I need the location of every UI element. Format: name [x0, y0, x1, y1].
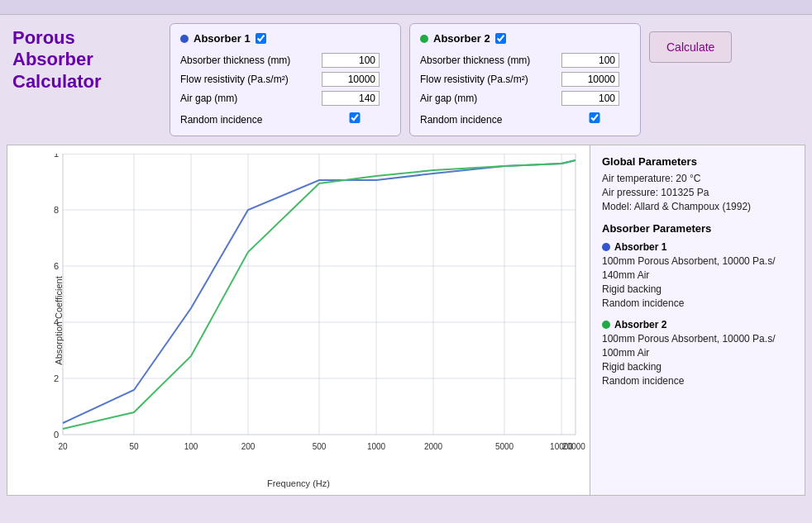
- header-row: Porous Absorber Calculator Absorber 1 Ab…: [0, 15, 812, 145]
- absorber1-label: Absorber 1: [193, 32, 251, 45]
- absorber1-info-dot: [602, 243, 610, 251]
- content-row: Absorption Coefficient: [7, 145, 805, 496]
- absorber1-airgap-input[interactable]: [322, 91, 380, 106]
- svg-text:1000: 1000: [367, 442, 386, 451]
- svg-text:100: 100: [184, 442, 198, 451]
- absorber1-enabled-checkbox[interactable]: [256, 33, 266, 44]
- absorber1-info: Absorber 1 100mm Porous Absorbent, 10000…: [602, 241, 793, 309]
- absorber1-info-line2: 140mm Air: [602, 269, 793, 281]
- absorber1-random-row: Random incidence: [180, 114, 315, 126]
- absorber1-info-line3: Rigid backing: [602, 283, 793, 295]
- absorber2-info-line3: Rigid backing: [602, 361, 793, 373]
- absorber2-random-label: Random incidence: [420, 114, 502, 126]
- calculate-button[interactable]: Calculate: [649, 31, 732, 63]
- global-temp: Air temperature: 20 °C: [602, 173, 793, 184]
- svg-text:20000: 20000: [562, 442, 585, 451]
- global-model: Model: Allard & Champoux (1992): [602, 201, 793, 212]
- svg-text:200: 200: [241, 442, 256, 451]
- svg-text:500: 500: [313, 442, 327, 451]
- absorber1-info-label: Absorber 1: [614, 241, 666, 253]
- absorber2-airgap-label: Air gap (mm): [420, 93, 555, 104]
- absorber1-thickness-label: Absorber thickness (mm): [180, 55, 315, 66]
- absorber1-random-checkbox[interactable]: [322, 112, 388, 123]
- absorber2-info-line1: 100mm Porous Absorbent, 10000 Pa.s/: [602, 333, 793, 345]
- main-area: Porous Absorber Calculator Absorber 1 Ab…: [0, 15, 812, 502]
- svg-text:2000: 2000: [424, 442, 443, 451]
- absorber2-label: Absorber 2: [433, 32, 490, 45]
- absorber2-info-line2: 100mm Air: [602, 347, 793, 359]
- absorber1-thickness-input[interactable]: [322, 53, 380, 68]
- global-pressure: Air pressure: 101325 Pa: [602, 187, 793, 198]
- absorber-params-section: Absorber Parameters Absorber 1 100mm Por…: [602, 222, 793, 387]
- absorbers-row: Absorber 1 Absorber thickness (mm) Flow …: [170, 23, 804, 136]
- absorber1-header: Absorber 1: [180, 32, 388, 45]
- absorber1-random-label: Random incidence: [180, 114, 262, 126]
- absorber1-dot: [180, 35, 189, 43]
- absorber1-panel: Absorber 1 Absorber thickness (mm) Flow …: [170, 23, 401, 136]
- absorber2-info-header: Absorber 2: [602, 319, 793, 330]
- absorber1-flow-label: Flow resistivity (Pa.s/m²): [180, 74, 315, 85]
- svg-text:0.8: 0.8: [53, 205, 59, 215]
- absorber2-grid: Absorber thickness (mm) Flow resistivity…: [420, 53, 628, 126]
- absorber2-thickness-input[interactable]: [561, 53, 619, 68]
- side-panel: Global Parameters Air temperature: 20 °C…: [590, 145, 805, 496]
- absorber1-airgap-label: Air gap (mm): [180, 93, 315, 104]
- absorber1-grid: Absorber thickness (mm) Flow resistivity…: [180, 53, 388, 126]
- svg-text:50: 50: [129, 442, 139, 451]
- svg-text:1: 1: [54, 154, 59, 159]
- svg-text:0: 0: [54, 430, 59, 440]
- absorber1-flow-input[interactable]: [322, 72, 380, 87]
- absorber2-flow-label: Flow resistivity (Pa.s/m²): [420, 74, 555, 85]
- absorber2-random-row: Random incidence: [420, 114, 555, 126]
- chart-y-label: Absorption Coefficient: [54, 276, 64, 364]
- chart-x-label: Frequency (Hz): [267, 478, 330, 488]
- svg-text:0.2: 0.2: [53, 373, 59, 383]
- absorber2-airgap-input[interactable]: [561, 91, 619, 106]
- svg-text:20: 20: [58, 442, 68, 451]
- absorber-params-heading: Absorber Parameters: [602, 222, 793, 235]
- absorber2-thickness-label: Absorber thickness (mm): [420, 55, 555, 66]
- absorber2-info: Absorber 2 100mm Porous Absorbent, 10000…: [602, 319, 793, 387]
- chart-svg: 1 0.8 0.6 0.4 0.2 0 20 50 100 200 500 10…: [53, 154, 585, 459]
- absorber1-info-line1: 100mm Porous Absorbent, 10000 Pa.s/: [602, 255, 793, 267]
- absorber2-flow-input[interactable]: [561, 72, 619, 87]
- svg-text:5000: 5000: [495, 442, 514, 451]
- absorber2-info-label: Absorber 2: [614, 319, 666, 330]
- top-bar: [0, 0, 812, 15]
- absorber2-info-line4: Random incidence: [602, 375, 793, 387]
- svg-text:0.6: 0.6: [53, 261, 59, 271]
- absorber2-random-checkbox[interactable]: [561, 112, 628, 123]
- absorber2-header: Absorber 2: [420, 32, 628, 45]
- absorber1-info-line4: Random incidence: [602, 297, 793, 309]
- global-params-heading: Global Parameters: [602, 155, 793, 168]
- absorber1-info-header: Absorber 1: [602, 241, 793, 253]
- absorber2-info-dot: [602, 321, 610, 329]
- absorber2-dot: [420, 35, 428, 43]
- chart-container: Absorption Coefficient: [7, 145, 590, 496]
- absorber2-panel: Absorber 2 Absorber thickness (mm) Flow …: [409, 23, 641, 136]
- app-title: Porous Absorber Calculator: [12, 23, 161, 93]
- absorber2-enabled-checkbox[interactable]: [495, 33, 506, 44]
